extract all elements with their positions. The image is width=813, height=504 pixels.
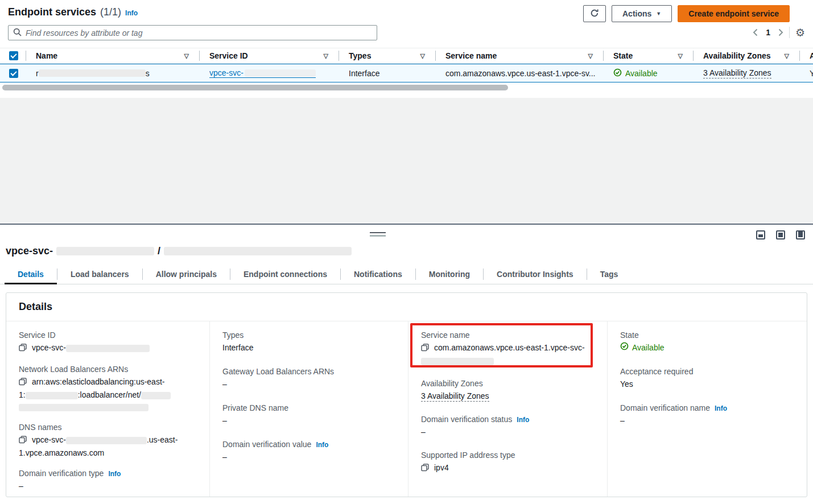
search-bar[interactable] [8,25,377,40]
column-header-state[interactable]: State ▽ [603,48,693,63]
details-column-1: Service ID vpce-svc- Network Load Balanc… [6,321,209,497]
tab-notifications[interactable]: Notifications [341,265,415,284]
redacted-value [141,392,171,399]
field-nlb-arns: Network Load Balancers ARNs arn:aws:elas… [19,365,204,413]
next-page-icon[interactable] [778,28,783,36]
row-checkbox[interactable] [9,69,18,78]
horizontal-scrollbar [0,84,813,91]
info-link[interactable]: Info [517,416,529,424]
filter-icon[interactable]: ▽ [785,52,789,60]
redacted-value [66,345,150,352]
select-all-checkbox[interactable] [9,51,18,60]
previous-page-icon[interactable] [753,28,758,36]
column-header-types[interactable]: Types ▽ [339,48,435,63]
tab-contributor-insights[interactable]: Contributor Insights [484,265,587,284]
cell-service-name: com.amazonaws.vpce.us-east-1.vpce-sv... [435,64,603,82]
tab-load-balancers[interactable]: Load balancers [57,265,142,284]
redacted-value [19,404,148,411]
redacted-service-name [164,247,352,255]
redacted-service-id [245,69,316,77]
redacted-value [26,392,78,399]
copy-icon[interactable] [421,344,429,353]
actions-button[interactable]: Actions ▼ [612,5,672,22]
pager-divider [789,27,790,38]
info-link[interactable]: Info [715,404,727,412]
panel-tabs: Details Load balancers Allow principals … [0,265,813,284]
cell-acceptance: Yes [799,64,813,82]
field-domain-verification-value: Domain verification valueInfo – [222,440,402,463]
refresh-icon [590,9,599,19]
redacted-value [421,358,494,365]
filter-icon[interactable]: ▽ [324,52,328,60]
endpoint-services-page: Endpoint services (1/1) Info Actions ▼ C… [0,0,813,504]
field-service-id: Service ID vpce-svc- [19,331,204,355]
column-header-acceptance[interactable]: Acceptance required [799,48,813,63]
search-icon [13,28,22,38]
panel-size-medium-icon[interactable] [776,230,785,239]
caret-down-icon: ▼ [656,11,661,16]
panel-drag-handle[interactable] [370,232,386,237]
copy-icon[interactable] [19,378,27,387]
info-link[interactable]: Info [108,470,121,478]
table-settings-gear-icon[interactable]: ⚙ [795,27,805,38]
column-header-service-id[interactable]: Service ID ▽ [199,48,339,63]
field-glb-arns: Gateway Load Balancers ARNs – [222,367,402,390]
tab-allow-principals[interactable]: Allow principals [143,265,230,284]
column-header-service-name[interactable]: Service name ▽ [435,48,603,63]
header-info-link[interactable]: Info [125,9,138,17]
filter-icon[interactable]: ▽ [184,52,189,60]
info-link[interactable]: Info [316,441,328,449]
field-domain-verification-name: Domain verification nameInfo – [620,403,801,427]
panel-size-full-icon[interactable] [796,230,805,239]
panel-title: vpce-svc- / [6,245,352,257]
filter-icon[interactable]: ▽ [588,52,593,60]
cell-state: Available [603,64,693,82]
field-acceptance-required: Acceptance required Yes [620,367,801,390]
detail-split-panel: vpce-svc- / Details Load balancers Allow… [0,224,813,504]
tab-endpoint-connections[interactable]: Endpoint connections [230,265,340,284]
page-title: Endpoint services [8,6,96,18]
horizontal-scrollbar-thumb[interactable] [2,85,508,90]
refresh-button[interactable] [583,5,606,22]
details-column-2: Types Interface Gateway Load Balancers A… [209,321,408,497]
pagination: 1 ⚙ [753,26,805,39]
resources-table: Name ▽ Service ID ▽ Types ▽ Service name… [0,48,813,83]
cell-name: rs [26,64,199,82]
table-row[interactable]: rs vpce-svc- Interface com.amazonaws.vpc… [0,64,813,82]
check-circle-icon [620,342,629,354]
tab-tags[interactable]: Tags [587,265,632,284]
status-badge: Available [613,68,658,79]
tab-details[interactable]: Details [5,265,57,284]
check-circle-icon [613,68,622,79]
column-header-availability-zones[interactable]: Availability Zones ▽ [693,48,799,63]
redacted-name [39,69,146,77]
filter-icon[interactable]: ▽ [678,52,683,60]
resource-count: (1/1) [100,6,121,18]
service-id-link[interactable]: vpce-svc- [209,68,316,78]
field-domain-verification-type: Domain verification typeInfo – [19,469,204,492]
current-page-number[interactable]: 1 [764,28,773,37]
status-badge: Available [620,342,665,354]
field-private-dns-name: Private DNS name – [222,403,402,427]
copy-icon[interactable] [19,436,27,445]
table-header-row: Name ▽ Service ID ▽ Types ▽ Service name… [0,48,813,64]
redacted-value [66,437,147,444]
tab-monitoring[interactable]: Monitoring [416,265,483,284]
column-header-name[interactable]: Name ▽ [26,48,199,63]
cell-service-id: vpce-svc- [199,64,339,82]
availability-zones-link[interactable]: 3 Availability Zones [703,68,771,79]
details-column-4: State Available Acceptance required [607,321,807,497]
table-empty-area [0,98,813,224]
details-card-heading: Details [6,293,807,321]
search-input[interactable] [26,28,372,38]
actions-button-label: Actions [622,9,651,18]
create-endpoint-service-button[interactable]: Create endpoint service [678,5,790,22]
copy-icon[interactable] [19,344,27,353]
panel-size-small-icon[interactable] [756,230,765,239]
availability-zones-link[interactable]: 3 Availability Zones [421,391,489,402]
copy-icon[interactable] [421,464,429,473]
table-section: Endpoint services (1/1) Info Actions ▼ C… [0,0,813,98]
field-dns-names: DNS names vpce-svc-.us-east- 1.vpce.amaz… [19,423,204,459]
filter-icon[interactable]: ▽ [420,52,425,60]
field-domain-verification-status: Domain verification statusInfo – [421,415,601,438]
